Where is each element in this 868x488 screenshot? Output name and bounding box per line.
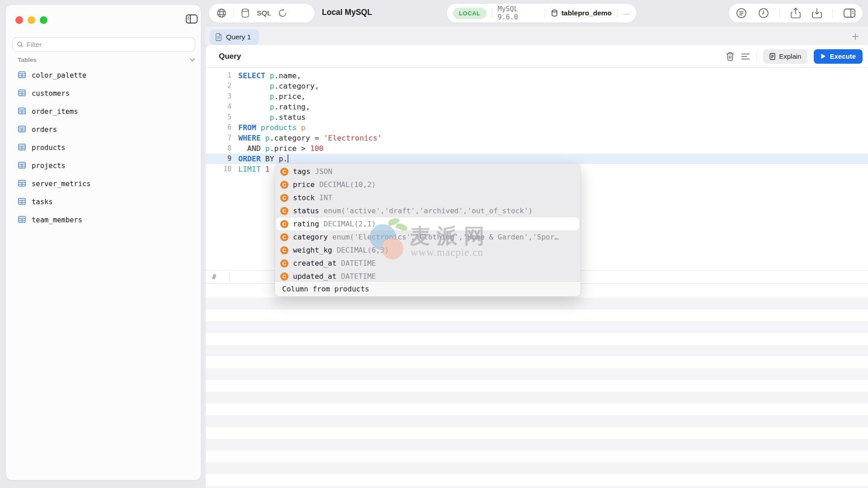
autocomplete-item-status[interactable]: Cstatusenum('active','draft','archived',… <box>276 204 579 217</box>
close-window-button[interactable] <box>15 16 23 24</box>
line-code: SELECT p.name, <box>238 70 301 81</box>
autocomplete-item-stock[interactable]: CstockINT <box>276 191 579 204</box>
server-version-label: MySQL 9.6.0 <box>498 5 539 21</box>
sidebar-item-tasks[interactable]: tasks <box>12 193 195 211</box>
column-type: DECIMAL(10,2) <box>319 180 575 189</box>
sidebar-item-projects[interactable]: projects <box>12 157 195 175</box>
add-tab-button[interactable] <box>849 30 862 43</box>
editor-line-7[interactable]: 7WHERE p.category = 'Electronics' <box>206 133 868 143</box>
explain-label: Explain <box>779 52 801 60</box>
column-badge-icon: C <box>280 246 288 254</box>
table-name: orders <box>32 126 57 134</box>
table-icon <box>18 108 26 116</box>
format-query-icon[interactable] <box>741 53 750 60</box>
toolbar-divider <box>492 9 492 18</box>
table-icon <box>18 126 26 134</box>
chevron-down-icon[interactable] <box>189 56 195 64</box>
right-panel-toggle-icon[interactable] <box>843 8 856 19</box>
limit-filter-icon[interactable] <box>736 7 747 19</box>
editor-line-5[interactable]: 5 p.status <box>206 112 868 122</box>
sidebar-item-team_members[interactable]: team_members <box>12 211 195 229</box>
editor-line-1[interactable]: 1SELECT p.name, <box>206 70 868 81</box>
clear-query-trash-icon[interactable] <box>726 52 735 61</box>
column-badge-icon: C <box>280 181 288 189</box>
editor-line-3[interactable]: 3 p.price, <box>206 91 868 102</box>
connection-title: Local MySQL <box>322 8 372 17</box>
tab-query-1[interactable]: Query 1 <box>209 29 259 45</box>
column-type: DECIMAL(2,1) <box>324 220 575 228</box>
sidebar-item-server_metrics[interactable]: server_metrics <box>12 175 195 193</box>
sidebar-item-orders[interactable]: orders <box>12 121 195 139</box>
row-number-column-header: # <box>212 273 216 281</box>
autocomplete-item-weight_kg[interactable]: Cweight_kgDECIMAL(6,3) <box>276 244 579 257</box>
sql-mode-label[interactable]: SQL <box>257 9 271 17</box>
export-share-icon[interactable] <box>790 7 801 19</box>
autocomplete-dropdown: CtagsJSONCpriceDECIMAL(10,2)CstockINTCst… <box>275 164 580 296</box>
connection-info-group: LOCAL MySQL 9.6.0 tablepro_demo — <box>447 4 637 23</box>
filter-search-box[interactable] <box>12 38 195 52</box>
autocomplete-item-updated_at[interactable]: Cupdated_atDATETIME <box>276 270 579 281</box>
tables-section-header[interactable]: Tables <box>18 56 195 64</box>
toolbar-divider <box>756 52 757 61</box>
zoom-window-button[interactable] <box>40 16 47 24</box>
line-code: LIMIT 1 <box>238 164 270 174</box>
column-type: DECIMAL(6,3) <box>337 246 575 254</box>
autocomplete-item-created_at[interactable]: Ccreated_atDATETIME <box>276 257 579 270</box>
editor-line-2[interactable]: 2 p.category, <box>206 81 868 91</box>
table-name: color_palette <box>32 71 86 80</box>
environment-badge: LOCAL <box>453 8 486 19</box>
column-badge-icon: C <box>280 233 288 241</box>
editor-line-8[interactable]: 8 AND p.price > 100 <box>206 143 868 154</box>
text-cursor <box>288 155 288 163</box>
toolbar-right-group <box>729 4 863 23</box>
column-badge-icon: C <box>280 168 288 176</box>
table-name: order_items <box>32 108 78 116</box>
column-badge-icon: C <box>280 272 288 281</box>
database-selector[interactable]: tablepro_demo <box>551 9 612 17</box>
sidebar-item-products[interactable]: products <box>12 139 195 157</box>
column-name: stock <box>293 193 315 202</box>
editor-line-6[interactable]: 6FROM products p <box>206 122 868 133</box>
autocomplete-item-price[interactable]: CpriceDECIMAL(10,2) <box>276 178 579 191</box>
sidebar-item-order_items[interactable]: order_items <box>12 103 195 121</box>
autocomplete-item-category[interactable]: Ccategoryenum('Electronics','Clothing','… <box>276 230 579 244</box>
editor-line-4[interactable]: 4 p.rating, <box>206 102 868 112</box>
refresh-icon[interactable] <box>278 8 288 18</box>
line-number: 6 <box>206 122 231 133</box>
tab-bar: Query 1 <box>206 26 868 45</box>
sidebar-item-color_palette[interactable]: color_palette <box>12 66 195 84</box>
history-clock-icon[interactable] <box>758 7 769 19</box>
toolbar-divider <box>545 9 545 18</box>
execute-button[interactable]: Execute <box>814 49 863 64</box>
explain-button[interactable]: Explain <box>763 49 807 64</box>
database-icon[interactable] <box>240 8 250 19</box>
query-panel-title: Query <box>219 52 241 61</box>
document-icon <box>215 33 222 41</box>
import-download-icon[interactable] <box>811 7 822 19</box>
network-globe-icon[interactable] <box>216 8 227 19</box>
line-number: 10 <box>206 164 231 174</box>
column-name: category <box>293 233 328 241</box>
line-code: FROM products p <box>238 122 306 133</box>
execute-label: Execute <box>830 52 856 60</box>
column-name: updated_at <box>293 272 336 281</box>
more-options[interactable]: — <box>623 9 630 17</box>
column-divider[interactable] <box>229 272 230 282</box>
table-name: products <box>32 144 66 152</box>
table-name: team_members <box>32 216 82 224</box>
line-number: 7 <box>206 133 231 143</box>
plus-icon <box>851 33 859 41</box>
line-code: p.rating, <box>238 102 310 112</box>
editor-line-9[interactable]: 9ORDER BY p. <box>206 154 868 164</box>
table-icon <box>18 216 26 225</box>
autocomplete-item-rating[interactable]: CratingDECIMAL(2,1) <box>276 217 579 230</box>
table-icon <box>18 198 26 206</box>
table-icon <box>18 144 26 152</box>
sidebar-item-customers[interactable]: customers <box>12 84 195 103</box>
column-name: created_at <box>293 259 336 267</box>
filter-input[interactable] <box>27 41 191 48</box>
column-type: INT <box>319 193 575 202</box>
autocomplete-item-tags[interactable]: CtagsJSON <box>276 165 579 178</box>
minimize-window-button[interactable] <box>28 16 35 24</box>
sidebar-toggle-icon[interactable] <box>184 13 199 25</box>
